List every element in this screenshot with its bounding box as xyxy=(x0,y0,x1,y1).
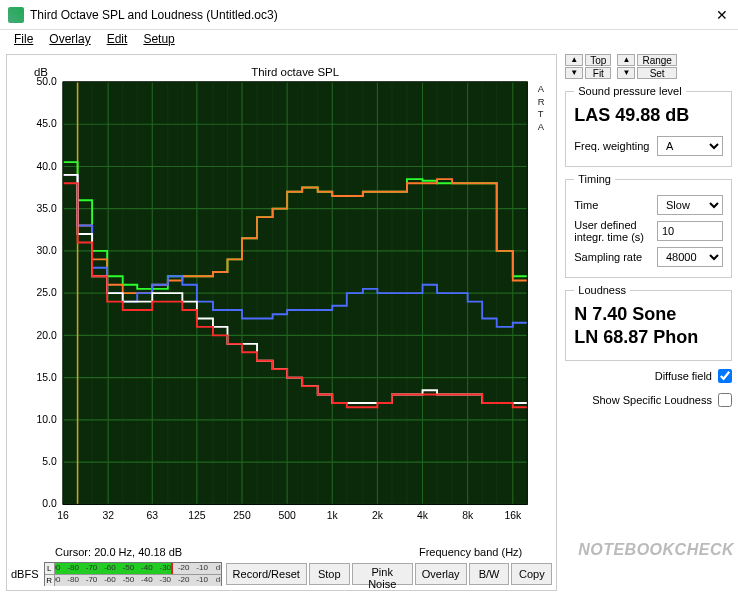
range-button[interactable]: Range xyxy=(637,54,676,66)
svg-text:0.0: 0.0 xyxy=(42,498,57,509)
range-down-button[interactable]: ▼ xyxy=(617,67,635,79)
svg-text:16k: 16k xyxy=(504,510,522,521)
timing-group: Timing Time Slow User defined integr. ti… xyxy=(565,173,732,278)
svg-text:dB: dB xyxy=(34,66,48,78)
menu-overlay[interactable]: Overlay xyxy=(43,32,96,48)
svg-text:63: 63 xyxy=(146,510,158,521)
close-icon[interactable]: ✕ xyxy=(716,7,728,23)
sampling-rate-label: Sampling rate xyxy=(574,251,651,263)
app-icon xyxy=(8,7,24,23)
svg-text:30.0: 30.0 xyxy=(37,245,57,256)
menu-file[interactable]: File xyxy=(8,32,39,48)
show-specific-loudness-checkbox[interactable] xyxy=(718,393,732,407)
freq-band-label: Frequency band (Hz) xyxy=(419,546,522,558)
svg-text:40.0: 40.0 xyxy=(37,161,57,172)
svg-text:500: 500 xyxy=(278,510,296,521)
menu-setup[interactable]: Setup xyxy=(137,32,180,48)
bw-button[interactable]: B/W xyxy=(469,563,510,585)
freq-weighting-select[interactable]: A xyxy=(657,136,723,156)
svg-text:10.0: 10.0 xyxy=(37,414,57,425)
diffuse-field-label: Diffuse field xyxy=(655,370,712,382)
loudness-legend: Loudness xyxy=(574,284,630,296)
svg-text:R: R xyxy=(538,97,545,107)
svg-text:35.0: 35.0 xyxy=(37,203,57,214)
svg-text:A: A xyxy=(538,122,545,132)
spl-legend: Sound pressure level xyxy=(574,85,685,97)
chart-area: 1632631252505001k2k4k8k16k0.05.010.015.0… xyxy=(11,61,552,542)
stop-button[interactable]: Stop xyxy=(309,563,350,585)
svg-text:125: 125 xyxy=(188,510,206,521)
level-meter: L -90-80-70-60-50-40-30-20-10dB R -90-80… xyxy=(44,562,222,586)
menu-edit[interactable]: Edit xyxy=(101,32,134,48)
svg-text:45.0: 45.0 xyxy=(37,118,57,129)
integration-time-label: User defined integr. time (s) xyxy=(574,219,651,243)
timing-legend: Timing xyxy=(574,173,615,185)
freq-weighting-label: Freq. weighting xyxy=(574,140,651,152)
pink-noise-button[interactable]: Pink Noise xyxy=(352,563,413,585)
top-up-button[interactable]: ▲ xyxy=(565,54,583,66)
copy-button[interactable]: Copy xyxy=(511,563,552,585)
svg-text:16: 16 xyxy=(57,510,69,521)
svg-text:15.0: 15.0 xyxy=(37,372,57,383)
svg-text:25.0: 25.0 xyxy=(37,287,57,298)
diffuse-field-checkbox[interactable] xyxy=(718,369,732,383)
top-button[interactable]: Top xyxy=(585,54,611,66)
svg-text:A: A xyxy=(538,84,545,94)
show-specific-loudness-label: Show Specific Loudness xyxy=(592,394,712,406)
cursor-label: Cursor: xyxy=(55,546,91,558)
time-label: Time xyxy=(574,199,651,211)
svg-text:Third octave SPL: Third octave SPL xyxy=(251,66,339,78)
svg-text:5.0: 5.0 xyxy=(42,456,57,467)
loudness-phon: LN 68.87 Phon xyxy=(574,325,723,354)
svg-text:20.0: 20.0 xyxy=(37,329,57,340)
overlay-button[interactable]: Overlay xyxy=(415,563,467,585)
window-title: Third Octave SPL and Loudness (Untitled.… xyxy=(30,8,716,22)
loudness-sone: N 7.40 Sone xyxy=(574,302,723,325)
integration-time-input[interactable] xyxy=(657,221,723,241)
set-button[interactable]: Set xyxy=(637,67,676,79)
dbfs-label: dBFS xyxy=(11,568,40,580)
fit-button[interactable]: Fit xyxy=(585,67,611,79)
spl-group: Sound pressure level LAS 49.88 dB Freq. … xyxy=(565,85,732,167)
time-select[interactable]: Slow xyxy=(657,195,723,215)
svg-text:50.0: 50.0 xyxy=(37,76,57,87)
top-down-button[interactable]: ▼ xyxy=(565,67,583,79)
svg-text:T: T xyxy=(538,109,544,119)
meter-right-label: R xyxy=(45,575,55,586)
svg-text:1k: 1k xyxy=(327,510,339,521)
meter-left-label: L xyxy=(45,563,55,574)
cursor-value: 20.0 Hz, 40.18 dB xyxy=(94,546,182,558)
range-up-button[interactable]: ▲ xyxy=(617,54,635,66)
svg-text:4k: 4k xyxy=(417,510,429,521)
loudness-group: Loudness N 7.40 Sone LN 68.87 Phon xyxy=(565,284,732,361)
svg-text:8k: 8k xyxy=(462,510,474,521)
sampling-rate-select[interactable]: 48000 xyxy=(657,247,723,267)
svg-text:2k: 2k xyxy=(372,510,384,521)
record-reset-button[interactable]: Record/Reset xyxy=(226,563,307,585)
svg-text:32: 32 xyxy=(102,510,114,521)
spl-value: LAS 49.88 dB xyxy=(574,103,723,132)
svg-text:250: 250 xyxy=(233,510,251,521)
